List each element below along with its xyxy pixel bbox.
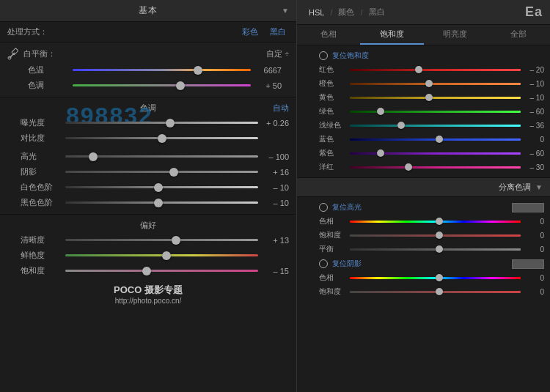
clarity-slider[interactable] (65, 235, 258, 245)
highlight-value: – 100 (263, 152, 289, 161)
color-slider-5[interactable] (350, 135, 521, 144)
color-thumb-1[interactable] (425, 80, 433, 87)
tint-label: 色调 (28, 80, 68, 91)
tone-header: 色调 自动 898832 (0, 100, 296, 116)
color-thumb-3[interactable] (377, 108, 384, 115)
color-thumb-5[interactable] (436, 136, 443, 143)
highlight-hue-thumb[interactable] (436, 218, 443, 225)
highlight-reset-row: 复位高光 (297, 200, 550, 215)
black-value: – 10 (263, 199, 289, 207)
color-row-2: 黄色 – 10 (297, 91, 550, 104)
highlight-thumb[interactable] (89, 152, 98, 161)
shadow-reset-label[interactable]: 复位阴影 (332, 259, 362, 269)
color-row-0: 红色 – 20 (297, 63, 550, 76)
color-slider-1[interactable] (350, 79, 521, 88)
basic-arrow[interactable]: ▼ (282, 7, 289, 15)
hsl-tab-bw[interactable]: 黑白 (364, 7, 389, 18)
color-slider-3[interactable] (350, 107, 521, 116)
highlight-reset-label[interactable]: 复位高光 (332, 202, 362, 212)
color-row-4: 浅绿色 – 36 (297, 119, 550, 132)
color-slider-7[interactable] (350, 163, 521, 171)
exposure-thumb[interactable] (166, 119, 175, 127)
color-row-6: 紫色 – 60 (297, 147, 550, 160)
temp-slider[interactable] (73, 65, 251, 75)
hsl-tab-hsl[interactable]: HSL (304, 8, 329, 17)
shadow-sat-row: 饱和度 0 (297, 285, 550, 298)
shadow-sat-thumb[interactable] (436, 288, 443, 295)
hsl-section: 复位饱和度 红色 – 20 橙色 – 10 黄色 – 10 绿 (297, 45, 550, 177)
temperature-row: 色温 6667 (7, 63, 289, 77)
shadow-swatch[interactable] (512, 259, 544, 269)
black-thumb[interactable] (154, 199, 163, 207)
color-label-0: 红色 (319, 64, 347, 75)
shadow-hue-value: 0 (524, 274, 544, 282)
highlight-swatch[interactable] (512, 203, 544, 212)
color-value-2: – 10 (524, 94, 544, 102)
shadow-thumb[interactable] (169, 168, 178, 177)
shadow-hue-slider[interactable] (350, 273, 521, 282)
dropper-icon[interactable] (7, 47, 21, 60)
color-thumb-4[interactable] (397, 122, 405, 129)
contrast-row: 对比度 (0, 131, 296, 145)
hsl-sep-1: / (330, 8, 332, 17)
shadow-label: 阴影 (21, 166, 61, 177)
tint-thumb[interactable] (176, 81, 185, 90)
clarity-thumb[interactable] (172, 236, 180, 245)
color-thumb-0[interactable] (415, 66, 422, 73)
subtab-luminance[interactable]: 明亮度 (424, 25, 487, 45)
wb-section: 白平衡： 自定 ÷ 色温 6667 色调 + 50 (0, 42, 296, 97)
hsl-tab-color[interactable]: 颜色 (334, 7, 359, 18)
balance-label: 平衡 (319, 244, 347, 254)
black-slider[interactable] (65, 198, 258, 208)
subtab-saturation[interactable]: 饱和度 (360, 25, 423, 45)
split-arrow[interactable]: ▼ (535, 183, 543, 191)
temp-value: 6667 (255, 66, 282, 75)
color-slider-0[interactable] (350, 65, 521, 74)
color-thumb-2[interactable] (425, 94, 433, 101)
color-value-1: – 10 (524, 80, 544, 88)
color-slider-4[interactable] (350, 121, 521, 130)
wb-dropdown[interactable]: ÷ (285, 50, 290, 58)
shadow-hue-thumb[interactable] (436, 274, 443, 281)
subtab-all[interactable]: 全部 (487, 25, 550, 45)
highlight-hue-slider[interactable] (350, 217, 521, 226)
temp-label: 色温 (28, 64, 68, 75)
temp-thumb[interactable] (194, 66, 202, 75)
balance-thumb[interactable] (436, 245, 443, 253)
vibrance-thumb[interactable] (162, 251, 171, 260)
saturation-left-thumb[interactable] (142, 267, 151, 275)
white-label: 白色色阶 (21, 182, 61, 193)
highlight-sat-thumb[interactable] (436, 232, 443, 239)
highlight-slider[interactable] (65, 152, 258, 162)
color-slider-6[interactable] (350, 149, 521, 158)
white-slider[interactable] (65, 182, 258, 193)
highlight-sat-slider[interactable] (350, 231, 521, 240)
process-bw-btn[interactable]: 黑白 (267, 26, 289, 38)
shadow-track (65, 171, 258, 173)
subtab-hue[interactable]: 色相 (297, 25, 360, 45)
color-slider-2[interactable] (350, 93, 521, 102)
hsl-reset-label[interactable]: 复位饱和度 (332, 51, 369, 61)
white-thumb[interactable] (154, 183, 163, 192)
color-track-7 (350, 166, 521, 169)
hsl-subtabs: 色相 饱和度 明亮度 全部 (297, 25, 550, 45)
process-color-btn[interactable]: 彩色 (239, 26, 261, 38)
shadow-sat-label: 饱和度 (319, 286, 347, 297)
exposure-slider[interactable] (65, 118, 258, 128)
color-thumb-6[interactable] (377, 149, 384, 157)
tint-row: 色调 + 50 (7, 78, 289, 92)
saturation-left-slider[interactable] (65, 266, 258, 276)
color-thumb-7[interactable] (405, 163, 412, 171)
split-toning-header: 分离色调 ▼ (297, 177, 550, 196)
ea-text: Ea (525, 4, 543, 20)
tone-auto[interactable]: 自动 (273, 103, 289, 114)
tint-slider[interactable] (73, 81, 251, 91)
vibrance-slider[interactable] (65, 251, 258, 261)
contrast-slider[interactable] (65, 133, 258, 144)
shadow-slider[interactable] (65, 167, 258, 177)
saturation-left-label: 饱和度 (21, 265, 61, 276)
contrast-thumb[interactable] (158, 134, 166, 143)
shadow-sat-slider[interactable] (350, 287, 521, 296)
balance-slider[interactable] (350, 245, 521, 254)
black-label: 黑色色阶 (21, 197, 61, 208)
